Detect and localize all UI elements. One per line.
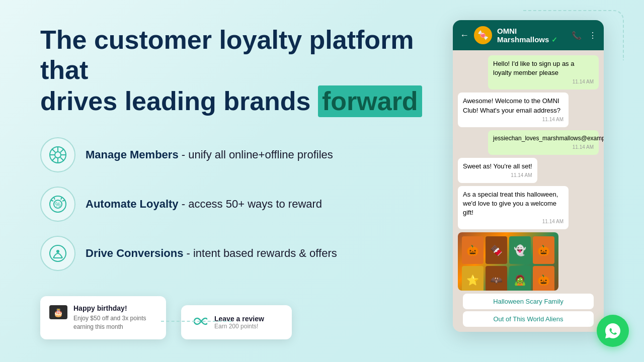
chat-option-out-of-this-world[interactable]: Out of This World Aliens bbox=[463, 311, 594, 327]
message-received-3: As a special treat this halloween, we'd … bbox=[458, 186, 569, 230]
svg-point-1 bbox=[55, 152, 61, 158]
review-card-content: Leave a review Earn 200 points! bbox=[214, 315, 264, 330]
review-card: Leave a review Earn 200 points! bbox=[181, 305, 292, 339]
card-connector-line bbox=[161, 321, 231, 322]
features-list: Manage Members - unify all online+offlin… bbox=[40, 137, 433, 271]
feature-automate-loyalty-text: Automate Loyalty - access 50+ ways to re… bbox=[86, 198, 322, 211]
halloween-item-3: 👻 bbox=[509, 236, 531, 264]
message-received-1: Awesome! Welcome to the OMNI Club! What'… bbox=[458, 93, 569, 127]
birthday-card-content: Happy birthday! Enjoy $50 off and 3x poi… bbox=[73, 304, 157, 331]
feature-drive-conversions: Drive Conversions - intent based rewards… bbox=[40, 236, 433, 271]
message-received-2: Sweet as! You're all set! 11.14 AM bbox=[458, 158, 537, 183]
halloween-item-1: 🎃 bbox=[462, 236, 484, 264]
svg-line-15 bbox=[62, 200, 65, 201]
birthday-card-icon: 🎂 bbox=[49, 305, 67, 319]
chat-image-bubble: 🎃 🍫 👻 🎃 ⭐ 🦇 🧟 🎃 Pick your poison 🎃 bbox=[458, 232, 558, 291]
halloween-image: 🎃 🍫 👻 🎃 ⭐ 🦇 🧟 🎃 bbox=[458, 232, 558, 291]
bottom-cards: 🎂 Happy birthday! Enjoy $50 off and 3x p… bbox=[40, 296, 433, 339]
headline-highlight: forward bbox=[318, 85, 422, 118]
feature-manage-members-text: Manage Members - unify all online+offlin… bbox=[86, 148, 333, 161]
chat-window: ← 🍬 OMNI Marshmallows ✓ 📞 ⋮ Hello! I'd l… bbox=[453, 20, 604, 332]
svg-line-9 bbox=[52, 157, 55, 161]
chat-back-icon[interactable]: ← bbox=[460, 30, 469, 41]
left-content: The customer loyalty platform that drive… bbox=[40, 20, 433, 339]
svg-line-13 bbox=[54, 197, 55, 200]
phone-icon[interactable]: 📞 bbox=[572, 31, 582, 40]
halloween-item-2: 🍫 bbox=[486, 236, 507, 264]
chat-avatar: 🍬 bbox=[474, 26, 492, 44]
headline-line2: drives leading brands bbox=[40, 86, 318, 116]
svg-text:%: % bbox=[55, 201, 61, 208]
halloween-item-7: 🧟 bbox=[509, 266, 531, 291]
whatsapp-fab[interactable] bbox=[597, 315, 629, 347]
automate-loyalty-icon: % bbox=[40, 187, 75, 222]
manage-members-icon bbox=[40, 137, 75, 172]
halloween-item-8: 🎃 bbox=[533, 266, 554, 291]
more-options-icon[interactable]: ⋮ bbox=[589, 31, 597, 40]
feature-automate-loyalty: % Automate Loyalty - access 50+ ways to … bbox=[40, 187, 433, 222]
headline-line1: The customer loyalty platform that bbox=[40, 25, 414, 84]
svg-line-7 bbox=[60, 157, 64, 161]
chat-option-halloween-scary-family[interactable]: Halloween Scary Family bbox=[463, 294, 594, 309]
chat-header-icons: 📞 ⋮ bbox=[572, 31, 597, 40]
message-sent-1: Hello! I'd like to sign up as a loyalty … bbox=[488, 55, 599, 89]
infinity-icon bbox=[191, 313, 207, 331]
birthday-card-description: Enjoy $50 off and 3x points earning this… bbox=[73, 314, 157, 331]
chat-body: Hello! I'd like to sign up as a loyalty … bbox=[453, 50, 604, 332]
halloween-item-4: 🎃 bbox=[533, 236, 554, 264]
svg-point-18 bbox=[56, 250, 59, 253]
svg-line-8 bbox=[60, 149, 64, 152]
message-sent-email: jessiechan_loves_marshmallows@examply.co… bbox=[488, 130, 599, 155]
headline: The customer loyalty platform that drive… bbox=[40, 25, 433, 117]
drive-conversions-icon bbox=[40, 236, 75, 271]
svg-line-14 bbox=[61, 197, 62, 200]
svg-line-6 bbox=[52, 149, 55, 152]
halloween-item-5: ⭐ bbox=[462, 266, 484, 291]
verified-badge: ✓ bbox=[551, 36, 557, 44]
birthday-card-title: Happy birthday! bbox=[73, 304, 157, 312]
birthday-card: 🎂 Happy birthday! Enjoy $50 off and 3x p… bbox=[40, 296, 166, 339]
feature-manage-members: Manage Members - unify all online+offlin… bbox=[40, 137, 433, 172]
review-card-subtitle: Earn 200 points! bbox=[214, 323, 264, 330]
chat-options: Halloween Scary Family Out of This World… bbox=[458, 294, 599, 327]
chat-header: ← 🍬 OMNI Marshmallows ✓ 📞 ⋮ bbox=[453, 20, 604, 50]
feature-drive-conversions-text: Drive Conversions - intent based rewards… bbox=[86, 247, 337, 260]
chat-brand-name: OMNI Marshmallows ✓ bbox=[497, 27, 567, 44]
svg-line-16 bbox=[51, 200, 53, 201]
halloween-item-6: 🦇 bbox=[486, 266, 507, 291]
right-content: ← 🍬 OMNI Marshmallows ✓ 📞 ⋮ Hello! I'd l… bbox=[453, 20, 614, 332]
